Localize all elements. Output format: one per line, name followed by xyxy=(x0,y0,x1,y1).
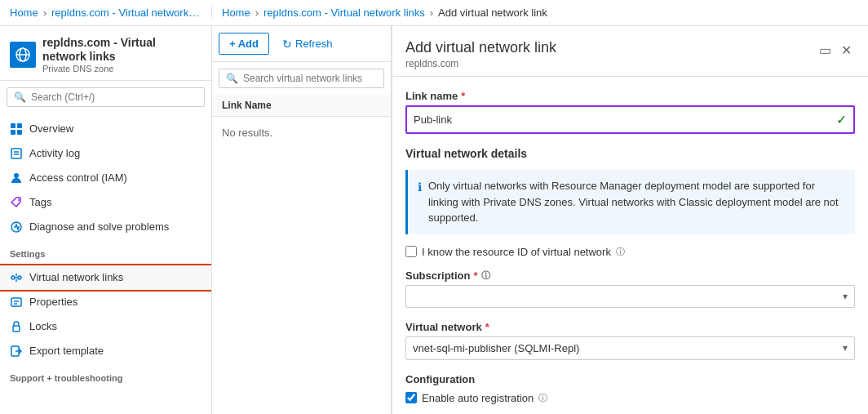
breadcrumb-current-right: Add virtual network link xyxy=(438,7,547,19)
sidebar-item-locks[interactable]: Locks xyxy=(0,314,211,339)
svg-point-14 xyxy=(18,276,21,279)
svg-rect-5 xyxy=(11,130,16,135)
resource-header: repldns.com - Virtual network links Priv… xyxy=(0,26,211,81)
virtual-network-links-icon xyxy=(10,271,23,284)
info-box: ℹ Only virtual networks with Resource Ma… xyxy=(405,170,855,234)
toolbar: + Add ↻ Refresh xyxy=(212,26,391,62)
subscription-info-icon[interactable]: ⓘ xyxy=(481,269,490,282)
auto-registration-label: Enable auto registration xyxy=(422,392,534,404)
svg-point-13 xyxy=(11,276,15,279)
sidebar-item-virtual-network-links-label: Virtual network links xyxy=(29,271,123,283)
virtual-network-dropdown-arrow: ▾ xyxy=(843,342,848,354)
search-links-input[interactable] xyxy=(243,73,377,84)
export-template-icon xyxy=(10,345,23,358)
resource-title: repldns.com - Virtual network links xyxy=(42,36,202,64)
sidebar-item-diagnose[interactable]: Diagnose and solve problems xyxy=(0,215,211,239)
info-message: Only virtual networks with Resource Mana… xyxy=(428,178,845,226)
vnet-details-title: Virtual network details xyxy=(405,147,855,160)
virtual-network-required: * xyxy=(485,321,489,333)
sidebar: repldns.com - Virtual network links Priv… xyxy=(0,26,212,414)
breadcrumb-resource-left[interactable]: repldns.com - Virtual network links xyxy=(51,7,202,19)
tags-icon xyxy=(10,196,23,209)
sidebar-item-access-control[interactable]: Access control (IAM) xyxy=(0,166,211,190)
refresh-label: Refresh xyxy=(295,38,333,50)
sidebar-item-properties-label: Properties xyxy=(29,296,78,308)
subscription-group: Subscription * ⓘ ▾ xyxy=(405,269,855,308)
vnet-details-section: Virtual network details ℹ Only virtual n… xyxy=(405,147,855,404)
sidebar-item-overview-label: Overview xyxy=(29,122,73,135)
virtual-network-value: vnet-sql-mi-publisher (SQLMI-Repl) xyxy=(413,342,579,354)
panel-subtitle: repldns.com xyxy=(405,58,556,69)
sidebar-item-export-template-label: Export template xyxy=(29,345,104,357)
link-name-required: * xyxy=(461,90,465,102)
svg-rect-6 xyxy=(17,130,22,135)
virtual-network-dropdown[interactable]: vnet-sql-mi-publisher (SQLMI-Repl) ▾ xyxy=(405,336,855,360)
resource-id-checkbox[interactable] xyxy=(405,246,417,257)
support-section-label: Support + troubleshooting xyxy=(0,367,211,386)
settings-section-label: Settings xyxy=(0,243,211,262)
svg-rect-18 xyxy=(11,298,21,306)
info-icon: ℹ xyxy=(418,179,422,196)
virtual-network-group: Virtual network * vnet-sql-mi-publisher … xyxy=(405,321,855,360)
nav-section-settings: Virtual network links Properties Locks E… xyxy=(0,262,211,367)
link-name-input[interactable] xyxy=(414,114,836,126)
add-vnet-panel: Add virtual network link repldns.com ▭ ✕… xyxy=(392,26,868,414)
add-button[interactable]: + Add xyxy=(219,33,269,55)
breadcrumb-home-left[interactable]: Home xyxy=(10,7,38,19)
link-name-input-wrapper[interactable]: ✓ xyxy=(405,105,855,134)
svg-rect-7 xyxy=(11,149,21,158)
sidebar-item-access-control-label: Access control (IAM) xyxy=(29,171,127,184)
no-results-text: No results. xyxy=(212,117,391,149)
resource-subtitle: Private DNS zone xyxy=(42,64,202,73)
breadcrumb-sep-left: › xyxy=(43,7,46,19)
sidebar-item-activity-log[interactable]: Activity log xyxy=(0,141,211,166)
breadcrumb-home-right[interactable]: Home xyxy=(222,7,250,19)
locks-icon xyxy=(10,320,23,333)
search-links-icon: 🔍 xyxy=(226,73,238,84)
sidebar-search-box[interactable]: 🔍 xyxy=(7,87,205,107)
virtual-network-label: Virtual network * xyxy=(405,321,855,333)
middle-panel: + Add ↻ Refresh 🔍 Link Name No results. xyxy=(212,26,392,414)
refresh-button[interactable]: ↻ Refresh xyxy=(276,33,339,55)
resource-id-checkbox-label: I know the resource ID of virtual networ… xyxy=(422,246,611,258)
sidebar-search-input[interactable] xyxy=(31,91,197,103)
sidebar-item-overview[interactable]: Overview xyxy=(0,117,211,141)
link-name-group: Link name * ✓ xyxy=(405,90,855,134)
sidebar-item-tags-label: Tags xyxy=(29,196,51,208)
right-panel-header: Add virtual network link repldns.com ▭ ✕ xyxy=(392,26,868,77)
svg-rect-3 xyxy=(11,123,16,128)
breadcrumb-sep2-right: › xyxy=(430,7,433,19)
sidebar-item-diagnose-label: Diagnose and solve problems xyxy=(29,220,169,233)
configuration-group: Configuration Enable auto registration ⓘ xyxy=(405,373,855,404)
table-column-link-name: Link Name xyxy=(212,95,391,117)
subscription-dropdown-arrow: ▾ xyxy=(843,291,848,302)
search-links-box[interactable]: 🔍 xyxy=(219,69,384,88)
sidebar-item-properties[interactable]: Properties xyxy=(0,290,211,314)
link-name-check-icon: ✓ xyxy=(836,112,847,127)
diagnose-icon xyxy=(10,220,23,234)
subscription-required: * xyxy=(473,269,477,282)
subscription-dropdown[interactable]: ▾ xyxy=(405,285,855,308)
resource-id-info-icon[interactable]: ⓘ xyxy=(616,246,625,258)
sidebar-item-export-template[interactable]: Export template xyxy=(0,339,211,363)
breadcrumb-resource-right[interactable]: repldns.com - Virtual network links xyxy=(264,7,425,19)
activity-log-icon xyxy=(10,147,23,160)
auto-registration-row[interactable]: Enable auto registration ⓘ xyxy=(405,392,855,404)
panel-close-button[interactable]: ✕ xyxy=(838,39,855,61)
config-title: Configuration xyxy=(405,373,855,385)
resource-icon xyxy=(10,42,36,68)
form-content: Link name * ✓ Virtual network details ℹ … xyxy=(392,77,868,414)
panel-title: Add virtual network link xyxy=(405,39,556,56)
search-icon: 🔍 xyxy=(14,91,26,103)
properties-icon xyxy=(10,296,23,309)
access-control-icon xyxy=(10,171,23,185)
sidebar-item-tags[interactable]: Tags xyxy=(0,190,211,215)
resource-id-checkbox-row[interactable]: I know the resource ID of virtual networ… xyxy=(405,246,855,258)
auto-registration-checkbox[interactable] xyxy=(405,392,417,403)
panel-minimize-button[interactable]: ▭ xyxy=(816,39,835,61)
sidebar-item-virtual-network-links[interactable]: Virtual network links xyxy=(0,265,211,290)
sidebar-item-locks-label: Locks xyxy=(29,320,57,332)
svg-rect-21 xyxy=(13,326,20,332)
auto-registration-info-icon[interactable]: ⓘ xyxy=(538,392,547,404)
svg-point-10 xyxy=(14,173,19,178)
